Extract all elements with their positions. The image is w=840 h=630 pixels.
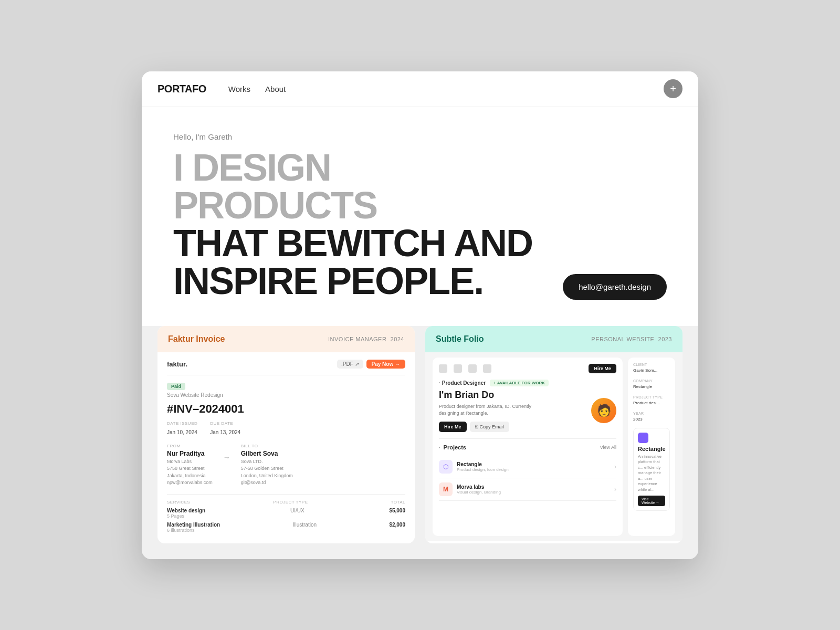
faktur-bill-to: BILL TO Gilbert Sova Sova LTD. 57-58 Gol… bbox=[241, 444, 293, 487]
subtle-project-rectangle-info: Rectangle Product design, Icon design bbox=[457, 461, 509, 472]
faktur-services: SERVICES PROJECT TYPE TOTAL Website desi… bbox=[167, 494, 405, 533]
nav: PORTAFO Works About + bbox=[142, 71, 698, 107]
subtle-action-buttons: Hire Me ⎘ Copy Email bbox=[439, 422, 533, 432]
subtle-card-body: Hire Me ·Product Designer + AVAILABLE FO… bbox=[425, 352, 682, 541]
subtle-project-rectangle-arrow-icon: › bbox=[614, 463, 616, 470]
faktur-card-badge: INVOICE MANAGER 2024 bbox=[328, 336, 404, 342]
subtle-bio-section: I'm Brian Do Product designer from Jakar… bbox=[439, 390, 533, 433]
nav-logo: PORTAFO bbox=[158, 83, 206, 95]
subtle-projects-header: · Projects View All bbox=[439, 444, 616, 450]
subtle-sidebar-company: Company Rectangle bbox=[633, 379, 670, 389]
subtle-card-badge: PERSONAL WEBSITE 2023 bbox=[591, 336, 672, 342]
faktur-date-issued: DATE ISSUED Jan 10, 2024 bbox=[167, 421, 197, 436]
inbox-icon bbox=[468, 364, 477, 373]
faktur-service-row-1: Website design 5 Pages UI/UX $5,000 bbox=[167, 508, 405, 519]
subtle-project-item-morva: M Morva labs Visual design, Branding › bbox=[439, 478, 616, 501]
subtle-sidebar-panel: Client Gavin Som... Company Rectangle Pr… bbox=[628, 358, 675, 536]
nav-links: Works About bbox=[223, 81, 664, 97]
faktur-services-header: SERVICES PROJECT TYPE TOTAL bbox=[167, 500, 405, 505]
subtle-sidebar-project-type: Project Type Product desi... bbox=[633, 395, 670, 405]
subtle-sidebar-year: Year 2023 bbox=[633, 412, 670, 422]
cards-section: Faktur Invoice INVOICE MANAGER 2024 fakt… bbox=[142, 326, 698, 559]
nav-link-works[interactable]: Works bbox=[223, 81, 256, 97]
subtle-main-panel: Hire Me ·Product Designer + AVAILABLE FO… bbox=[433, 358, 623, 536]
faktur-pay-button[interactable]: Pay Now → bbox=[366, 360, 405, 369]
lock-icon bbox=[483, 364, 491, 373]
faktur-logo: faktur. bbox=[167, 360, 187, 368]
faktur-dates: DATE ISSUED Jan 10, 2024 DUE DATE Jan 13… bbox=[167, 421, 405, 436]
subtle-project-rectangle-icon: ⬡ bbox=[439, 460, 453, 474]
hero-headline: I DESIGN PRODUCTS THAT BEWITCH AND INSPI… bbox=[173, 149, 541, 300]
user-icon bbox=[454, 364, 462, 373]
hero-line3: INSPIRE PEOPLE. bbox=[173, 260, 483, 302]
subtle-view-all[interactable]: View All bbox=[600, 445, 616, 450]
subtle-project-morva-arrow-icon: › bbox=[614, 486, 616, 493]
subtle-topbar: Hire Me bbox=[439, 364, 616, 373]
subtle-card-header: Subtle Folio PERSONAL WEBSITE 2023 bbox=[425, 326, 682, 352]
nav-link-about[interactable]: About bbox=[260, 81, 291, 97]
subtle-rect-icon bbox=[638, 433, 648, 443]
faktur-card-body: faktur. .PDF ↗ Pay Now → Paid Sova Websi… bbox=[158, 352, 415, 543]
subtle-rect-name: Rectangle bbox=[638, 446, 665, 452]
subtle-card: Subtle Folio PERSONAL WEBSITE 2023 bbox=[425, 326, 682, 543]
email-button[interactable]: hello@gareth.design bbox=[563, 274, 667, 300]
subtle-profile-row: I'm Brian Do Product designer from Jakar… bbox=[439, 390, 616, 433]
faktur-topbar: faktur. .PDF ↗ Pay Now → bbox=[167, 360, 405, 369]
faktur-card-header: Faktur Invoice INVOICE MANAGER 2024 bbox=[158, 326, 415, 352]
faktur-from: FROM Nur Praditya Morva Labs 5758 Great … bbox=[167, 444, 213, 487]
hero-section: Hello, I'm Gareth I DESIGN PRODUCTS THAT… bbox=[142, 107, 698, 326]
subtle-nav-icons bbox=[439, 364, 491, 373]
faktur-actions: .PDF ↗ Pay Now → bbox=[337, 360, 405, 369]
subtle-project-item-rectangle: ⬡ Rectangle Product design, Icon design … bbox=[439, 456, 616, 478]
faktur-invoice-number: #INV–2024001 bbox=[167, 402, 405, 416]
home-icon bbox=[439, 364, 447, 373]
faktur-service-row-2: Marketing Illustration 6 illustrations I… bbox=[167, 522, 405, 533]
hero-line2: THAT BEWITCH AND bbox=[173, 222, 532, 264]
subtle-visit-website-button[interactable]: Visit Website → bbox=[638, 496, 665, 506]
subtle-rect-card: Rectangle An innovative platform that c.… bbox=[633, 428, 670, 511]
faktur-card: Faktur Invoice INVOICE MANAGER 2024 fakt… bbox=[158, 326, 415, 543]
subtle-sidebar-client: Client Gavin Som... bbox=[633, 363, 670, 373]
subtle-name: I'm Brian Do bbox=[439, 390, 533, 401]
faktur-parties: FROM Nur Praditya Morva Labs 5758 Great … bbox=[167, 444, 405, 487]
copy-icon: ⎘ bbox=[475, 424, 478, 429]
subtle-bio: Product designer from Jakarta, ID. Curre… bbox=[439, 403, 533, 416]
subtle-badge-row: ·Product Designer + AVAILABLE FOR WORK bbox=[439, 380, 616, 386]
faktur-pdf-button[interactable]: .PDF ↗ bbox=[337, 360, 363, 369]
subtle-hire-btn-top[interactable]: Hire Me bbox=[589, 364, 616, 373]
faktur-due-date: DUE DATE Jan 13, 2024 bbox=[210, 421, 240, 436]
subtle-copy-email-button[interactable]: ⎘ Copy Email bbox=[470, 422, 509, 432]
subtle-projects-title: Projects bbox=[444, 444, 466, 450]
nav-plus-button[interactable]: + bbox=[664, 79, 682, 98]
subtle-available-badge: + AVAILABLE FOR WORK bbox=[490, 380, 549, 386]
subtle-hire-button[interactable]: Hire Me bbox=[439, 422, 467, 432]
subtle-designer-label: ·Product Designer bbox=[439, 380, 486, 386]
subtle-avatar: 🧑 bbox=[591, 398, 616, 423]
faktur-arrow-icon: → bbox=[223, 453, 230, 461]
subtle-card-title: Subtle Folio bbox=[436, 334, 484, 344]
subtle-project-morva-icon: M bbox=[439, 482, 453, 496]
hero-line1: I DESIGN PRODUCTS bbox=[173, 146, 377, 226]
hero-greeting: Hello, I'm Gareth bbox=[173, 132, 667, 141]
faktur-description: Sova Website Redesign bbox=[167, 392, 405, 398]
faktur-card-title: Faktur Invoice bbox=[168, 334, 225, 344]
browser-window: PORTAFO Works About + Hello, I'm Gareth … bbox=[142, 71, 698, 559]
faktur-status-badge: Paid bbox=[167, 383, 185, 390]
subtle-rect-desc: An innovative platform that c... efficie… bbox=[638, 454, 665, 493]
subtle-project-morva-info: Morva labs Visual design, Branding bbox=[457, 484, 501, 495]
